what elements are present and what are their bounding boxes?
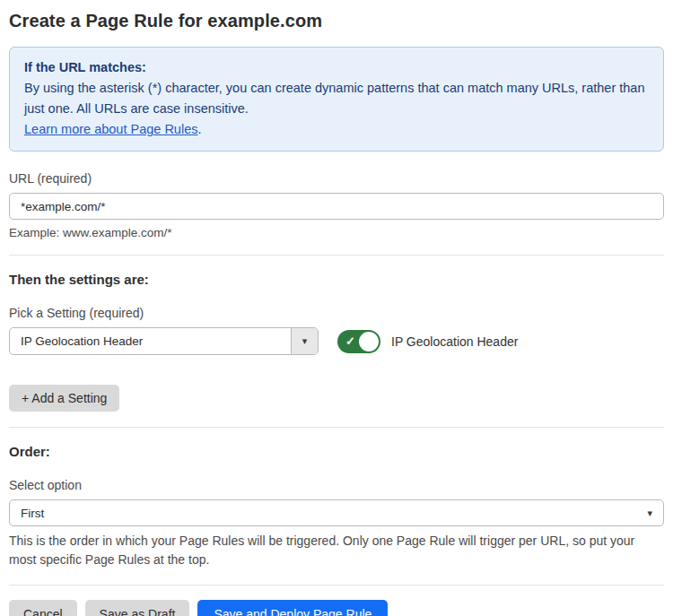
learn-more-link[interactable]: Learn more about Page Rules xyxy=(24,122,197,136)
divider xyxy=(9,427,664,428)
url-matches-info-box: If the URL matches: By using the asteris… xyxy=(9,47,664,152)
caret-down-icon: ▾ xyxy=(647,508,652,519)
setting-row: IP Geolocation Header ▾ ✓ IP Geolocation… xyxy=(9,327,664,355)
link-suffix: . xyxy=(197,122,201,136)
save-deploy-button[interactable]: Save and Deploy Page Rule xyxy=(197,600,388,616)
setting-select-caret-button[interactable]: ▾ xyxy=(291,328,318,354)
caret-down-icon: ▾ xyxy=(302,335,308,347)
setting-toggle-wrap: ✓ IP Geolocation Header xyxy=(337,330,518,353)
create-page-rule-form: Create a Page Rule for example.com If th… xyxy=(0,0,673,616)
order-help-text: This is the order in which your Page Rul… xyxy=(9,532,664,569)
order-select-label: Select option xyxy=(9,478,664,492)
pick-setting-label: Pick a Setting (required) xyxy=(9,306,664,320)
save-draft-button[interactable]: Save as Draft xyxy=(85,600,190,616)
order-section-heading: Order: xyxy=(9,444,664,459)
order-select[interactable]: First ▾ xyxy=(9,499,664,526)
info-box-heading: If the URL matches: xyxy=(24,57,649,78)
toggle-knob xyxy=(359,332,379,351)
info-box-link-line: Learn more about Page Rules. xyxy=(24,119,649,140)
order-select-value: First xyxy=(21,507,44,520)
page-title: Create a Page Rule for example.com xyxy=(9,11,664,31)
settings-section-heading: Then the settings are: xyxy=(9,272,664,287)
url-field-label: URL (required) xyxy=(9,171,664,186)
url-example-text: Example: www.example.com/* xyxy=(9,226,664,239)
divider xyxy=(9,585,664,586)
url-input[interactable] xyxy=(9,193,664,220)
check-icon: ✓ xyxy=(345,334,355,346)
form-actions: Cancel Save as Draft Save and Deploy Pag… xyxy=(9,600,664,616)
setting-select-value: IP Geolocation Header xyxy=(10,328,291,354)
setting-select[interactable]: IP Geolocation Header ▾ xyxy=(9,327,319,355)
divider xyxy=(9,255,664,256)
add-setting-button[interactable]: + Add a Setting xyxy=(9,385,119,412)
cancel-button[interactable]: Cancel xyxy=(9,600,77,616)
toggle-label: IP Geolocation Header xyxy=(391,334,518,349)
ip-geolocation-toggle[interactable]: ✓ xyxy=(337,330,380,353)
info-box-body: By using the asterisk (*) character, you… xyxy=(24,78,649,119)
